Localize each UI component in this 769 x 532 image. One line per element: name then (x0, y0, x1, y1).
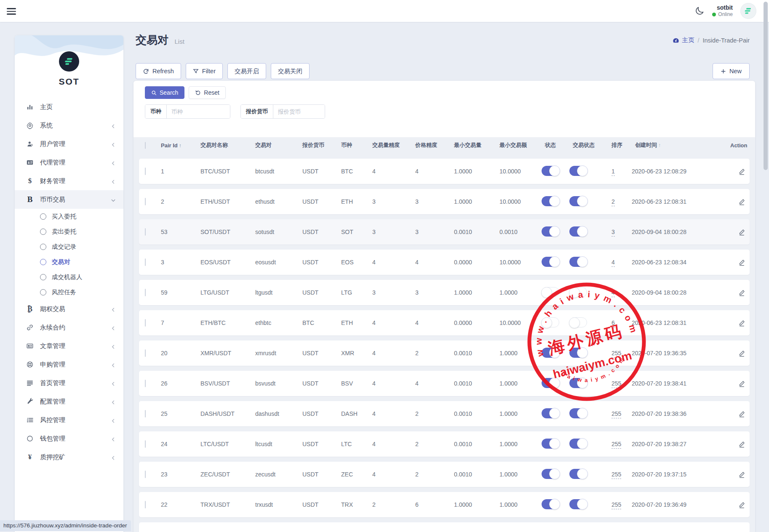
row-checkbox[interactable] (145, 349, 146, 357)
edit-button[interactable] (736, 196, 747, 207)
edit-button[interactable] (736, 378, 747, 389)
trade-status-toggle[interactable] (569, 439, 587, 449)
sidebar-item-期权交易[interactable]: ₿ 期权交易 (15, 300, 123, 318)
edit-button[interactable] (736, 469, 747, 480)
edit-button[interactable] (736, 499, 747, 510)
status-toggle[interactable] (542, 469, 559, 479)
search-button[interactable]: Search (145, 86, 184, 99)
sidebar-item-文章管理[interactable]: 文章管理 (15, 337, 123, 355)
sidebar-subitem-卖出委托[interactable]: 卖出委托 (15, 224, 123, 239)
sidebar-item-永续合约[interactable]: 永续合约 (15, 318, 123, 337)
trade-status-toggle[interactable] (569, 287, 587, 297)
sidebar-subitem-交易对[interactable]: 交易对 (15, 254, 123, 269)
status-toggle[interactable] (542, 499, 559, 509)
sidebar-item-首页管理[interactable]: 首页管理 (15, 374, 123, 392)
trade-status-toggle[interactable] (569, 317, 587, 327)
status-toggle[interactable] (542, 287, 559, 297)
dark-mode-icon[interactable] (694, 6, 705, 16)
row-checkbox[interactable] (145, 471, 146, 478)
sidebar-item-质押挖矿[interactable]: ¥ 质押挖矿 (15, 448, 123, 466)
sidebar-item-主页[interactable]: 主页 (15, 98, 123, 116)
trade-status-toggle[interactable] (569, 469, 587, 479)
trade-status-toggle[interactable] (569, 196, 587, 206)
sort-value-link[interactable]: 6 (611, 319, 615, 327)
sort-value-link[interactable]: 4 (611, 289, 615, 297)
new-button[interactable]: New (713, 63, 750, 79)
edit-button[interactable] (736, 317, 747, 328)
status-toggle[interactable] (542, 257, 559, 267)
row-checkbox[interactable] (145, 228, 146, 236)
row-checkbox[interactable] (145, 258, 146, 266)
status-toggle[interactable] (542, 348, 559, 358)
trade-open-button[interactable]: 交易开启 (227, 63, 266, 79)
trade-status-toggle[interactable] (569, 499, 587, 509)
status-toggle[interactable] (542, 166, 559, 176)
trade-status-toggle[interactable] (569, 348, 587, 358)
sort-value-link[interactable]: 2 (611, 198, 615, 206)
refresh-button[interactable]: Refresh (136, 63, 181, 79)
edit-button[interactable] (736, 166, 747, 177)
quote-filter-input[interactable] (273, 105, 325, 118)
trade-status-toggle[interactable] (569, 257, 587, 267)
sidebar-subitem-买入委托[interactable]: 买入委托 (15, 209, 123, 224)
column-header[interactable]: Pair Id↑ (158, 142, 197, 149)
column-header[interactable]: 创建时间↑ (632, 141, 727, 149)
edit-button[interactable] (736, 257, 747, 268)
status-toggle[interactable] (542, 196, 559, 206)
sidebar-subitem-成交机器人[interactable]: 成交机器人 (15, 269, 123, 285)
sidebar-item-用户管理[interactable]: 用户管理 (15, 135, 123, 153)
sort-value-link[interactable]: 255 (611, 441, 621, 449)
sidebar-item-申购管理[interactable]: 申购管理 (15, 355, 123, 374)
sidebar-item-系统[interactable]: 系统 (15, 116, 123, 135)
select-all-checkbox[interactable] (145, 142, 146, 149)
row-checkbox[interactable] (145, 319, 146, 327)
scrollbar-thumb[interactable] (764, 2, 768, 170)
trade-status-toggle[interactable] (569, 378, 587, 388)
status-toggle[interactable] (542, 439, 559, 449)
sidebar-item-配置管理[interactable]: 配置管理 (15, 392, 123, 411)
sidebar-item-财务管理[interactable]: $ 财务管理 (15, 172, 123, 190)
row-checkbox[interactable] (145, 440, 146, 448)
sort-value-link[interactable]: 255 (611, 471, 621, 479)
scrollbar[interactable] (763, 0, 768, 532)
sidebar-item-钱包管理[interactable]: 钱包管理 (15, 429, 123, 448)
sort-value-link[interactable]: 255 (611, 410, 621, 418)
status-toggle[interactable] (542, 408, 559, 418)
sort-value-link[interactable]: 3 (611, 229, 615, 237)
sort-value-link[interactable]: 255 (611, 350, 621, 358)
row-checkbox[interactable] (145, 289, 146, 296)
edit-button[interactable] (736, 408, 747, 419)
breadcrumb-home-link[interactable]: 主页 (673, 36, 694, 44)
sort-value-link[interactable]: 255 (611, 380, 621, 388)
sidebar-subitem-风控任务[interactable]: 风控任务 (15, 285, 123, 300)
edit-button[interactable] (736, 287, 747, 298)
sort-value-link[interactable]: 255 (611, 501, 621, 509)
status-toggle[interactable] (542, 317, 559, 327)
sidebar-subitem-成交记录[interactable]: 成交记录 (15, 239, 123, 254)
row-checkbox[interactable] (145, 168, 146, 175)
filter-button[interactable]: Filter (186, 63, 223, 79)
row-checkbox[interactable] (145, 198, 146, 205)
edit-button[interactable] (736, 348, 747, 359)
status-toggle[interactable] (542, 378, 559, 388)
coin-filter-input[interactable] (167, 105, 230, 118)
trade-close-button[interactable]: 交易关闭 (271, 63, 310, 79)
sidebar-item-币币交易[interactable]: B 币币交易 (15, 190, 123, 209)
avatar[interactable] (740, 3, 756, 19)
trade-status-toggle[interactable] (569, 408, 587, 418)
user-block[interactable]: sotbit Online (712, 4, 733, 18)
status-toggle[interactable] (542, 226, 559, 237)
edit-button[interactable] (736, 439, 747, 450)
row-checkbox[interactable] (145, 501, 146, 508)
edit-button[interactable] (736, 226, 747, 237)
sort-value-link[interactable]: 4 (611, 259, 615, 267)
sidebar-item-代理管理[interactable]: 代理管理 (15, 153, 123, 172)
trade-status-toggle[interactable] (569, 226, 587, 237)
sort-value-link[interactable]: 1 (611, 168, 615, 176)
reset-button[interactable]: Reset (189, 86, 226, 99)
menu-toggle-icon[interactable] (7, 6, 16, 16)
row-checkbox[interactable] (145, 380, 146, 387)
trade-status-toggle[interactable] (569, 166, 587, 176)
sidebar-item-风控管理[interactable]: 风控管理 (15, 411, 123, 429)
row-checkbox[interactable] (145, 410, 146, 418)
